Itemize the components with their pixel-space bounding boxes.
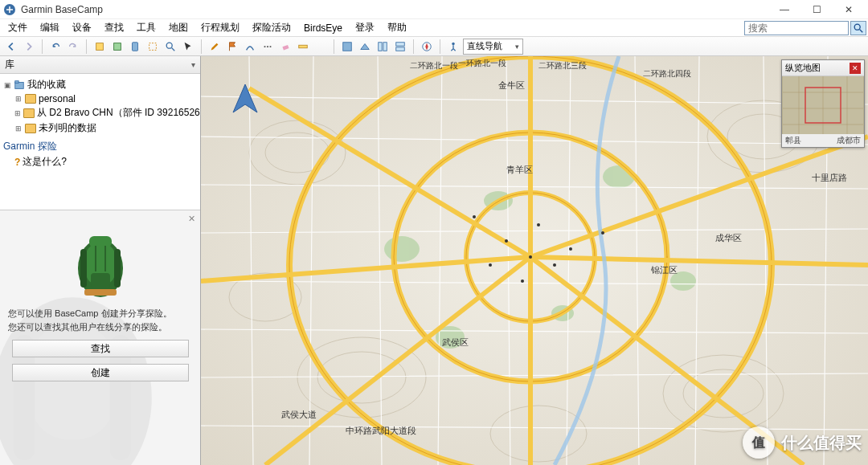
svg-point-59 [521,279,524,283]
label-wuhoudadao: 武侯大道 [281,410,317,419]
back-button[interactable] [3,39,19,55]
svg-point-17 [452,42,455,45]
question-icon: ? [14,157,20,168]
erase-button[interactable] [277,39,293,55]
flag-icon [227,41,238,52]
menu-birdseye[interactable]: BirdsEye [297,21,349,35]
tree-item-unlisted[interactable]: ⊞ 未列明的数据 [3,120,197,136]
svg-rect-11 [343,42,352,51]
menu-map[interactable]: 地图 [162,19,194,36]
find-button[interactable]: 查找 [12,340,189,357]
tree-help[interactable]: ? 这是什么? [3,154,197,169]
import-button[interactable] [92,39,108,55]
menu-find[interactable]: 查找 [98,19,130,36]
menu-file[interactable]: 文件 [2,19,34,36]
svg-rect-4 [114,43,121,50]
magnifier-icon [165,41,176,52]
close-button[interactable]: ✕ [833,0,865,19]
pointer-button[interactable] [180,39,196,55]
view1-button[interactable] [375,39,391,55]
svg-rect-10 [299,45,308,48]
svg-text:一环路北一段: 一环路北一段 [458,59,506,67]
device-button[interactable] [127,39,143,55]
pointer-icon [182,41,194,52]
svg-rect-13 [383,42,387,51]
map-canvas[interactable]: 金牛区 青羊区 成华区 锦江区 武侯区 武侯大道 中环路武阳大道段 十里店路 二… [201,56,868,465]
zoom-button[interactable] [162,39,178,55]
watermark-badge: 值 [743,426,775,459]
search-button[interactable] [850,21,866,35]
svg-text:二环路北三段: 二环路北三段 [538,61,587,70]
svg-rect-3 [96,43,104,50]
svg-point-62 [529,255,532,259]
label-jinniu: 金牛区 [498,80,525,90]
undo-button[interactable] [47,39,63,55]
overview-map[interactable]: 纵览地图 ✕ 郫县 成都市 [781,59,865,148]
eraser-icon [280,41,291,52]
titlebar: Garmin BaseCamp — ☐ ✕ [0,0,868,19]
svg-point-61 [489,263,492,267]
track-button[interactable] [260,39,276,55]
draw-button[interactable] [207,39,223,55]
svg-rect-12 [379,42,382,51]
ruler-icon [297,41,309,52]
svg-point-57 [537,223,540,226]
svg-point-63 [601,231,604,235]
map-area[interactable]: 金牛区 青羊区 成华区 锦江区 武侯区 武侯大道 中环路武阳大道段 十里店路 二… [201,56,868,465]
view2-button[interactable] [392,39,408,55]
map3d-button[interactable] [357,39,373,55]
svg-rect-5 [133,42,138,51]
svg-point-1 [854,24,860,30]
left-sidebar: 库 ▾ ▣ 我的收藏 ⊞ personal ⊞ 从 D2 Bravo CHN（部… [0,56,201,465]
redo-button[interactable] [65,39,81,55]
svg-rect-9 [282,44,289,50]
svg-line-2 [860,29,863,32]
compass-icon [421,41,432,52]
tree-item-device[interactable]: ⊞ 从 D2 Bravo CHN（部件 ID 3921652628）(G:) 处… [3,105,197,120]
overview-body[interactable] [782,76,864,134]
panel-collapse-icon[interactable]: ▾ [191,60,195,69]
export-button[interactable] [109,39,125,55]
menu-device[interactable]: 设备 [66,19,98,36]
menu-tools[interactable]: 工具 [130,19,162,36]
nav-mode-combo[interactable]: 直线导航 [463,39,523,55]
tree-root[interactable]: ▣ 我的收藏 [3,77,197,92]
menu-help[interactable]: 帮助 [381,19,413,36]
tree-section-garmin[interactable]: Garmin 探险 [3,139,197,154]
watermark-text: 什么值得买 [781,432,862,454]
label-zhonghuan: 中环路武阳大道段 [346,426,416,435]
forward-button[interactable] [21,39,37,55]
label-qingyang: 青羊区 [506,165,533,174]
select-button[interactable] [145,39,161,55]
tree-item-personal[interactable]: ⊞ personal [3,92,197,105]
map2d-button[interactable] [339,39,355,55]
pencil-icon [209,41,220,52]
menubar: 文件 编辑 设备 查找 工具 地图 行程规划 探险活动 BirdsEye 登录 … [0,19,868,37]
menu-login[interactable]: 登录 [349,19,381,36]
svg-point-44 [384,236,420,262]
overview-footer: 郫县 成都市 [782,134,864,147]
measure-button[interactable] [295,39,311,55]
route-button[interactable] [242,39,258,55]
folder-icon [25,124,36,133]
window-title: Garmin BaseCamp [21,4,768,15]
maximize-button[interactable]: ☐ [800,0,833,19]
menu-trip[interactable]: 行程规划 [194,19,246,36]
label-chenghua: 成华区 [715,233,742,243]
svg-point-58 [553,263,556,267]
waypoint-button[interactable] [224,39,240,55]
svg-text:二环路北一段: 二环路北一段 [410,61,458,70]
menu-edit[interactable]: 编辑 [34,19,66,36]
library-tree[interactable]: ▣ 我的收藏 ⊞ personal ⊞ 从 D2 Bravo CHN（部件 ID… [0,74,200,210]
overview-close-icon[interactable]: ✕ [850,63,861,74]
minimize-button[interactable]: — [768,0,800,19]
profile-button[interactable] [445,39,461,55]
svg-point-56 [505,239,508,243]
panel-close-icon[interactable]: ✕ [188,214,195,224]
label-shilishi: 十里店路 [812,173,847,182]
search-input[interactable] [744,21,849,35]
compass-button[interactable] [419,39,435,55]
menu-adventure[interactable]: 探险活动 [246,19,297,36]
app-icon [3,3,16,16]
create-button[interactable]: 创建 [12,364,189,381]
